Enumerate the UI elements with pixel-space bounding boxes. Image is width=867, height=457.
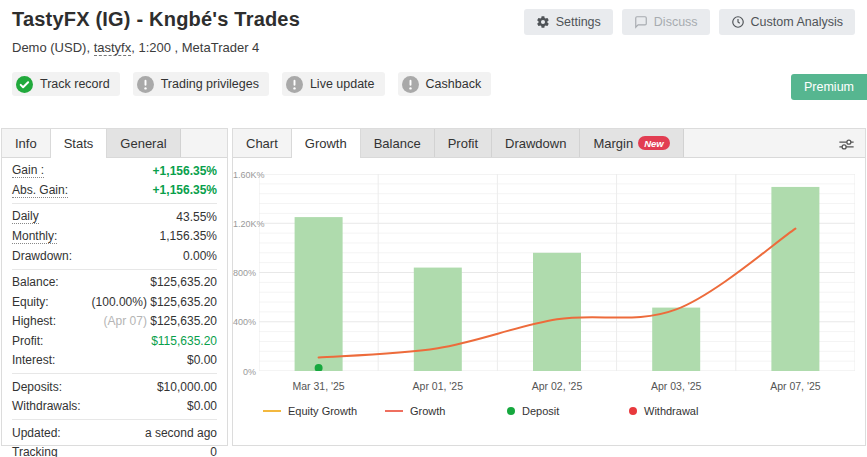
exclamation-circle-icon (402, 76, 419, 93)
tab-balance[interactable]: Balance (361, 129, 435, 157)
chart-legend: Equity GrowthGrowthDepositWithdrawal (263, 405, 865, 417)
legend-swatch-line (385, 410, 403, 412)
badge-trading-privileges[interactable]: Trading privileges (133, 72, 269, 96)
settings-button[interactable]: Settings (524, 9, 613, 35)
stat-row: Highest:(Apr 07) $125,635.20 (12, 312, 217, 332)
stat-label: Profit: (12, 334, 43, 348)
stat-value-main: 0 (210, 445, 217, 457)
discuss-button[interactable]: Discuss (622, 9, 710, 35)
stat-row: Drawdown:0.00% (12, 246, 217, 266)
stat-value: 0 (210, 445, 217, 457)
stat-label: Drawdown: (12, 249, 72, 263)
tab-growth[interactable]: Growth (291, 129, 361, 158)
chart-tabs: ChartGrowthBalanceProfitDrawdownMarginNe… (233, 129, 865, 158)
stat-row: Deposits:$10,000.00 (12, 377, 217, 397)
growth-bar (652, 308, 700, 371)
y-axis-tick: 400% (233, 317, 256, 327)
y-axis-tick: 1.60K% (233, 170, 256, 180)
tab-general[interactable]: General (107, 129, 180, 157)
stat-label: Withdrawals: (12, 399, 81, 413)
custom-analysis-button[interactable]: Custom Analysis (719, 9, 855, 35)
stat-value: $0.00 (187, 353, 217, 367)
stat-row: Daily43.55% (12, 207, 217, 227)
growth-bar (771, 187, 819, 371)
tab-label: Growth (305, 136, 347, 151)
gear-icon (536, 15, 550, 29)
premium-button[interactable]: Premium (791, 74, 867, 100)
legend-label: Deposit (522, 405, 559, 417)
stat-label[interactable]: Daily (12, 209, 39, 224)
main-content: InfoStatsGeneral Gain :+1,156.35%Abs. Ga… (0, 128, 867, 446)
stats-list: Gain :+1,156.35%Abs. Gain:+1,156.35%Dail… (2, 158, 227, 457)
stat-value-main: $125,635.20 (150, 295, 217, 309)
stat-label: Deposits: (12, 380, 62, 394)
stat-value: 0.00% (183, 249, 217, 263)
legend-equity-growth[interactable]: Equity Growth (263, 405, 385, 417)
badge-label: Live update (310, 77, 375, 91)
stat-value-prefix: (100.00%) (92, 295, 151, 309)
button-label: Settings (556, 15, 601, 29)
stat-value-main: $0.00 (187, 399, 217, 413)
stat-value-main: $125,635.20 (150, 314, 217, 328)
stat-value: (Apr 07) $125,635.20 (104, 314, 217, 328)
stat-value: $115,635.20 (151, 334, 217, 348)
stat-value: 1,156.35% (160, 229, 217, 243)
tab-drawdown[interactable]: Drawdown (492, 129, 580, 157)
legend-label: Equity Growth (288, 405, 357, 417)
new-badge: New (638, 136, 670, 150)
stat-row: Equity:(100.00%) $125,635.20 (12, 292, 217, 312)
stat-value: a second ago (145, 426, 217, 440)
stat-value-main: 0.00% (183, 249, 217, 263)
account-meta-text: , 1:200 , MetaTrader 4 (131, 40, 259, 55)
button-label: Discuss (654, 15, 698, 29)
tab-profit[interactable]: Profit (435, 129, 492, 157)
tab-label: General (120, 136, 166, 151)
legend-growth[interactable]: Growth (385, 405, 507, 417)
stat-row: Interest:$0.00 (12, 351, 217, 371)
sidebar-tabs: InfoStatsGeneral (2, 129, 227, 158)
stat-label: Interest: (12, 353, 55, 367)
exclamation-circle-icon (286, 76, 303, 93)
stat-label: Equity: (12, 295, 49, 309)
stat-value: 43.55% (176, 210, 217, 224)
legend-deposit[interactable]: Deposit (507, 405, 629, 417)
stat-label[interactable]: Monthly: (12, 229, 57, 244)
stat-value: $10,000.00 (157, 380, 217, 394)
growth-chart: 0%400%800%1.20K%1.60K% Mar 31, '25Apr 01… (233, 158, 865, 417)
badge-label: Cashback (426, 77, 482, 91)
tab-stats[interactable]: Stats (50, 129, 108, 158)
divider (12, 203, 217, 204)
legend-withdrawal[interactable]: Withdrawal (629, 405, 751, 417)
stat-value: (100.00%) $125,635.20 (92, 295, 217, 309)
broker-link[interactable]: tastyfx (94, 40, 132, 56)
badge-live-update[interactable]: Live update (282, 72, 385, 96)
stat-label[interactable]: Gain : (12, 163, 44, 178)
stat-value-main: 1,156.35% (160, 229, 217, 243)
tab-margin[interactable]: MarginNew (580, 129, 683, 157)
tab-label: Drawdown (505, 136, 566, 151)
growth-chart-canvas (259, 174, 855, 371)
badge-label: Track record (40, 77, 110, 91)
tab-label: Margin (593, 136, 633, 151)
x-axis-labels: Mar 31, '25Apr 01, '25Apr 02, '25Apr 03,… (259, 378, 855, 394)
clock-icon (731, 15, 745, 29)
stat-row: Abs. Gain:+1,156.35% (12, 181, 217, 201)
legend-swatch-dot (629, 407, 637, 415)
legend-label: Withdrawal (644, 405, 698, 417)
stat-label: Balance: (12, 275, 59, 289)
exclamation-circle-icon (137, 76, 154, 93)
badge-cashback[interactable]: Cashback (398, 72, 492, 96)
tab-chart[interactable]: Chart (233, 129, 291, 157)
stat-value: +1,156.35% (153, 183, 217, 197)
tab-label: Profit (448, 136, 478, 151)
tab-info[interactable]: Info (2, 129, 50, 157)
chart-settings-sliders-icon[interactable] (837, 135, 856, 154)
badge-label: Trading privileges (161, 77, 259, 91)
legend-label: Growth (410, 405, 445, 417)
badge-track-record[interactable]: Track record (12, 72, 120, 96)
tab-label: Balance (374, 136, 421, 151)
growth-bar (533, 253, 581, 371)
status-badges: Track recordTrading privilegesLive updat… (12, 72, 855, 96)
stat-label[interactable]: Abs. Gain: (12, 183, 68, 198)
chart-panel: ChartGrowthBalanceProfitDrawdownMarginNe… (232, 128, 866, 446)
